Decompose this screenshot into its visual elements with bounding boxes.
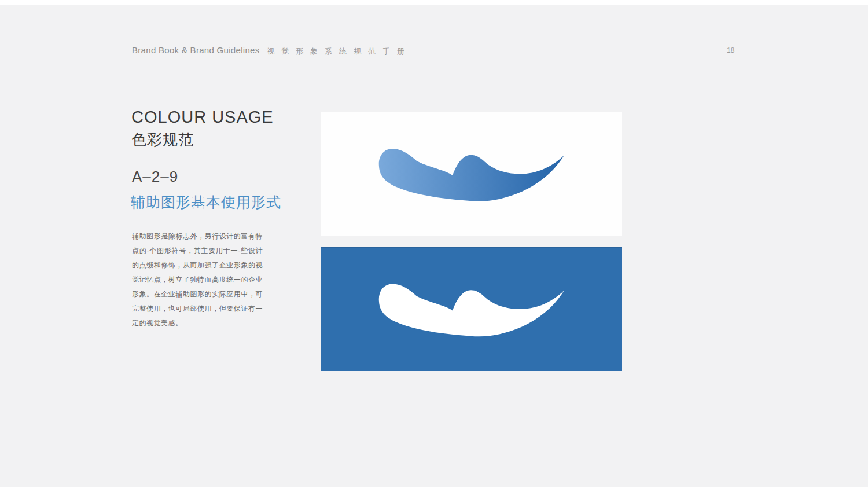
page-title-cn: 色彩规范 [131, 130, 194, 150]
motif-panel-dark [321, 247, 622, 371]
wave-icon [379, 149, 564, 201]
body-paragraph: 辅助图形是除标志外，另行设计的富有特点的-个图形符号，其主要用于一-些设计的点缀… [132, 229, 263, 331]
wave-icon [379, 284, 564, 336]
page-title-en: COLOUR USAGE [131, 108, 274, 127]
slide-canvas [0, 5, 868, 487]
header-brand-title: Brand Book & Brand Guidelines [132, 45, 260, 55]
brand-wave-motif-gradient [321, 112, 622, 236]
motif-panel-light [321, 112, 622, 236]
section-code: A–2–9 [132, 168, 178, 186]
header-chinese-title: 视觉形象系统规范手册 [267, 46, 411, 57]
page-number: 18 [727, 46, 734, 54]
brand-wave-motif-reversed [321, 247, 622, 371]
section-title-cn: 辅助图形基本使用形式 [131, 193, 281, 212]
